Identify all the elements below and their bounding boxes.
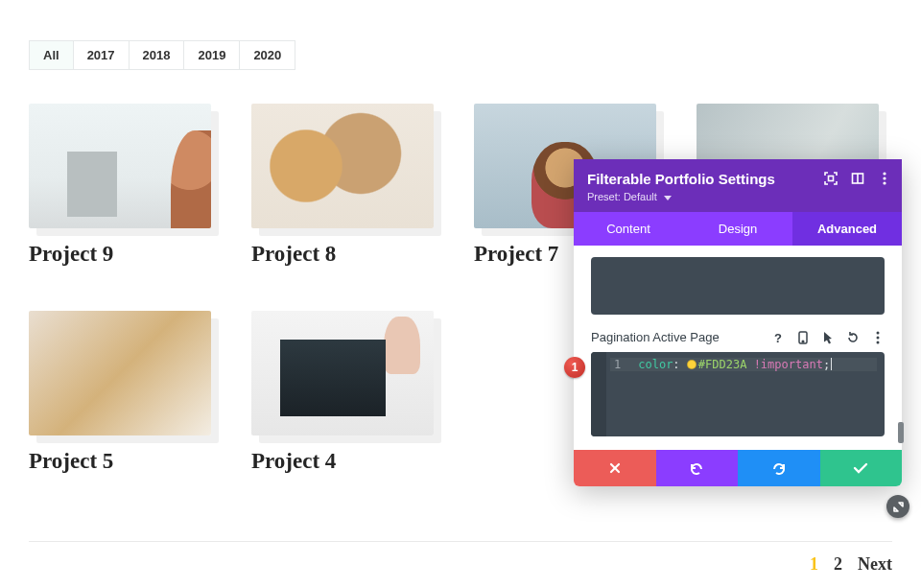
svg-text:?: ?: [774, 331, 782, 344]
svg-point-10: [877, 336, 880, 339]
portfolio-card[interactable]: Project 9: [29, 104, 230, 267]
css-editor-upper[interactable]: [591, 257, 885, 315]
svg-point-4: [883, 176, 886, 179]
filter-2019[interactable]: 2019: [184, 41, 240, 69]
hover-cursor-icon[interactable]: [821, 331, 835, 344]
save-button[interactable]: [820, 450, 903, 486]
page-next-link[interactable]: Next: [858, 554, 892, 575]
close-button[interactable]: [574, 450, 656, 486]
tab-advanced[interactable]: Advanced: [792, 212, 902, 246]
svg-point-3: [883, 172, 886, 175]
tab-design[interactable]: Design: [683, 212, 792, 246]
field-label: Pagination Active Page: [591, 330, 720, 344]
portfolio-title: Project 9: [29, 242, 230, 267]
portfolio-thumbnail: [29, 311, 211, 435]
expand-icon[interactable]: [823, 171, 838, 186]
undo-button[interactable]: [656, 450, 739, 486]
mobile-icon[interactable]: [796, 331, 810, 344]
css-editor-pagination-active-page[interactable]: 1 color: #FDD23A !important;: [591, 352, 885, 436]
line-number: 1: [614, 358, 626, 371]
filter-2018[interactable]: 2018: [130, 41, 185, 69]
page-active: 1: [810, 554, 818, 575]
portfolio-title: Project 8: [251, 242, 453, 267]
svg-point-9: [877, 331, 880, 334]
portfolio-thumbnail: [29, 104, 211, 228]
portfolio-card[interactable]: Project 8: [251, 104, 453, 267]
panel-preset-label: Preset: Default: [587, 191, 657, 202]
text-caret: [831, 358, 832, 370]
panel-body: Pagination Active Page ?: [574, 246, 902, 450]
panel-tabs: Content Design Advanced: [574, 212, 902, 246]
filter-all[interactable]: All: [30, 41, 74, 69]
panel-preset-dropdown[interactable]: Preset: Default: [587, 191, 888, 202]
portfolio-thumbnail: [251, 311, 434, 435]
panel-header[interactable]: Filterable Portfolio Settings Preset: De…: [574, 159, 902, 212]
portfolio-thumbnail: [251, 104, 434, 228]
more-vertical-icon[interactable]: [871, 331, 885, 344]
columns-icon[interactable]: [850, 171, 865, 186]
drag-handle-icon[interactable]: [886, 495, 909, 518]
reset-icon[interactable]: [846, 331, 860, 344]
more-vertical-icon[interactable]: [877, 171, 892, 186]
page-link-2[interactable]: 2: [834, 554, 842, 575]
settings-panel: Filterable Portfolio Settings Preset: De…: [574, 159, 902, 486]
filter-2020[interactable]: 2020: [240, 41, 295, 69]
filter-bar: All 2017 2018 2019 2020: [29, 40, 295, 70]
help-icon[interactable]: ?: [771, 331, 785, 344]
svg-point-11: [877, 341, 880, 343]
color-swatch-icon: [687, 360, 697, 369]
caret-down-icon: [664, 196, 672, 200]
svg-point-5: [883, 181, 886, 184]
portfolio-card[interactable]: Project 5: [29, 311, 230, 474]
svg-point-8: [802, 341, 804, 342]
portfolio-title: Project 4: [251, 449, 453, 474]
tab-content[interactable]: Content: [574, 212, 683, 246]
code-gutter: [591, 352, 606, 436]
annotation-badge: 1: [564, 357, 585, 378]
portfolio-title: Project 5: [29, 449, 230, 474]
panel-actions: [574, 450, 902, 486]
portfolio-card[interactable]: Project 4: [251, 311, 453, 474]
code-line: 1 color: #FDD23A !important;: [610, 358, 877, 371]
pagination: 1 2 Next: [29, 541, 892, 575]
redo-button[interactable]: [738, 450, 820, 486]
svg-rect-0: [829, 176, 834, 181]
panel-resize-handle[interactable]: [898, 422, 904, 443]
filter-2017[interactable]: 2017: [74, 41, 130, 69]
